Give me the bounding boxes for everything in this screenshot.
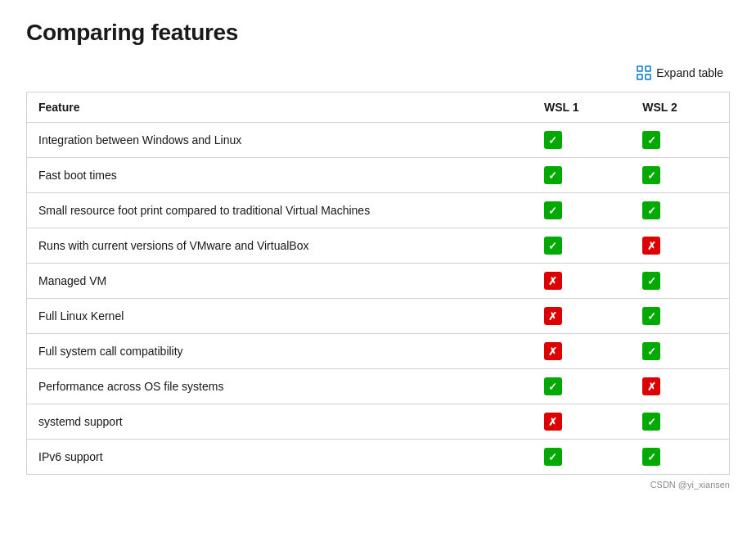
page-title: Comparing features	[26, 20, 730, 46]
check-icon: ✓	[642, 166, 660, 184]
svg-rect-2	[637, 74, 642, 79]
cell-wsl2: ✓	[631, 404, 729, 440]
cell-feature: Performance across OS file systems	[27, 369, 533, 404]
cell-wsl2: ✓	[631, 334, 729, 369]
svg-rect-0	[637, 66, 642, 71]
check-icon: ✓	[642, 448, 660, 466]
check-icon: ✓	[544, 131, 562, 149]
cell-feature: Runs with current versions of VMware and…	[27, 228, 533, 264]
cell-wsl1: ✓	[533, 123, 631, 158]
cell-wsl1: ✗	[533, 334, 631, 369]
svg-rect-3	[646, 74, 650, 79]
cell-feature: Small resource foot print compared to tr…	[27, 193, 533, 228]
cell-wsl1: ✓	[533, 228, 631, 264]
check-icon: ✓	[642, 413, 660, 431]
table-row: Runs with current versions of VMware and…	[27, 228, 730, 264]
table-row: Full system call compatibility✗✓	[27, 334, 730, 369]
toolbar: Expand table	[26, 62, 730, 83]
check-icon: ✓	[642, 272, 660, 290]
comparison-table: Feature WSL 1 WSL 2 Integration between …	[26, 92, 730, 475]
cell-feature: Full system call compatibility	[27, 334, 533, 369]
cross-icon: ✗	[544, 272, 562, 290]
check-icon: ✓	[544, 377, 562, 395]
cell-wsl1: ✗	[533, 264, 631, 299]
table-row: Performance across OS file systems✓✗	[27, 369, 730, 404]
cell-wsl1: ✗	[533, 404, 631, 440]
column-header-wsl2: WSL 2	[631, 92, 729, 123]
cross-icon: ✗	[544, 342, 562, 360]
cell-wsl2: ✓	[631, 158, 729, 193]
cell-wsl2: ✓	[631, 299, 729, 334]
cell-wsl2: ✗	[631, 369, 729, 404]
check-icon: ✓	[642, 342, 660, 360]
cross-icon: ✗	[544, 413, 562, 431]
cell-wsl1: ✓	[533, 158, 631, 193]
table-row: Full Linux Kernel✗✓	[27, 299, 730, 334]
table-row: Integration between Windows and Linux✓✓	[27, 123, 730, 158]
expand-icon	[637, 65, 651, 80]
cell-wsl1: ✓	[533, 369, 631, 404]
cell-feature: IPv6 support	[27, 440, 533, 475]
cell-wsl1: ✓	[533, 440, 631, 475]
table-header-row: Feature WSL 1 WSL 2	[27, 92, 730, 123]
column-header-wsl1: WSL 1	[533, 92, 631, 123]
table-row: Small resource foot print compared to tr…	[27, 193, 730, 228]
check-icon: ✓	[544, 166, 562, 184]
cell-wsl2: ✓	[631, 440, 729, 475]
cell-feature: Managed VM	[27, 264, 533, 299]
cell-feature: Fast boot times	[27, 158, 533, 193]
check-icon: ✓	[642, 131, 660, 149]
check-icon: ✓	[544, 448, 562, 466]
watermark: CSDN @yi_xiansen	[26, 480, 730, 490]
table-row: IPv6 support✓✓	[27, 440, 730, 475]
cell-wsl2: ✗	[631, 228, 729, 264]
cross-icon: ✗	[642, 237, 660, 255]
cell-feature: Integration between Windows and Linux	[27, 123, 533, 158]
cell-wsl2: ✓	[631, 193, 729, 228]
expand-table-button[interactable]: Expand table	[630, 62, 730, 83]
cell-feature: systemd support	[27, 404, 533, 440]
cell-feature: Full Linux Kernel	[27, 299, 533, 334]
cell-wsl2: ✓	[631, 264, 729, 299]
cell-wsl1: ✓	[533, 193, 631, 228]
table-row: systemd support✗✓	[27, 404, 730, 440]
check-icon: ✓	[642, 307, 660, 325]
cell-wsl2: ✓	[631, 123, 729, 158]
cell-wsl1: ✗	[533, 299, 631, 334]
expand-table-label: Expand table	[656, 66, 723, 79]
check-icon: ✓	[544, 237, 562, 255]
column-header-feature: Feature	[27, 92, 533, 123]
cross-icon: ✗	[642, 377, 660, 395]
table-row: Fast boot times✓✓	[27, 158, 730, 193]
svg-rect-1	[646, 66, 650, 71]
cross-icon: ✗	[544, 307, 562, 325]
check-icon: ✓	[544, 201, 562, 219]
check-icon: ✓	[642, 201, 660, 219]
table-row: Managed VM✗✓	[27, 264, 730, 299]
